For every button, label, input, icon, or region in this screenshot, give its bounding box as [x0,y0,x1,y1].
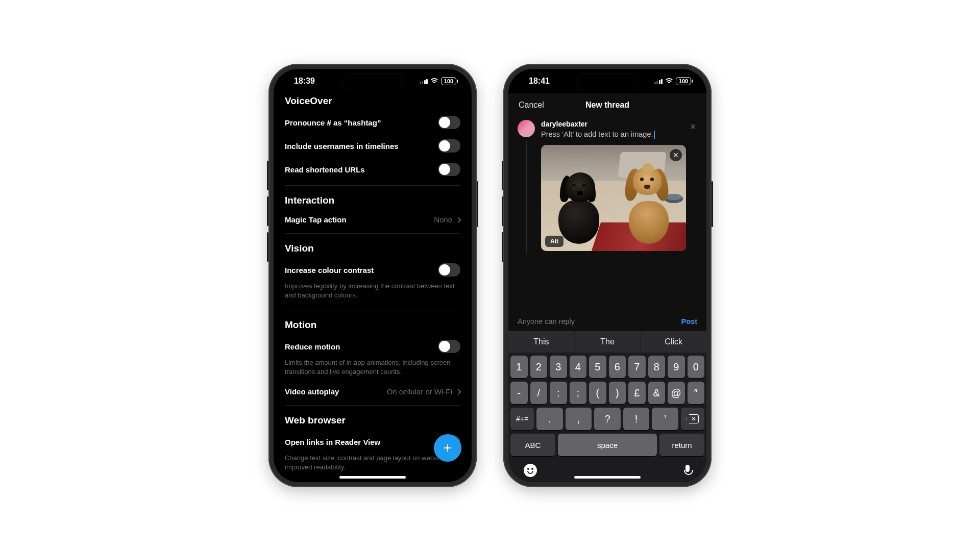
divider [285,185,460,186]
key-0[interactable]: 0 [688,356,705,378]
post-button[interactable]: Post [681,317,697,325]
attached-image[interactable]: ✕ Alt [541,145,686,251]
row-label: Pronounce # as “hashtag” [285,118,381,127]
keyboard-row-4: ABC space return [510,434,704,456]
key-6[interactable]: 6 [609,356,626,378]
toggle-pronounce-hashtag[interactable] [438,116,460,129]
key-space[interactable]: space [558,434,657,456]
toggle-colour-contrast[interactable] [438,263,460,277]
row-value: None [434,215,452,224]
key-paren-close[interactable]: ) [609,382,626,404]
suggestion-1[interactable]: This [508,331,575,353]
row-colour-contrast[interactable]: Increase colour contrast [274,258,472,282]
key-4[interactable]: 4 [570,356,587,378]
key-at[interactable]: @ [668,382,685,404]
keyboard-row-1: 1 2 3 4 5 6 7 8 9 0 [510,356,704,378]
suggestion-2[interactable]: The [575,331,641,353]
divider [285,405,460,406]
key-dash[interactable]: - [510,382,528,404]
row-video-autoplay[interactable]: Video autoplay On cellular or Wi-Fi [274,382,472,401]
keyboard-row-3: #+= . , ? ! ’ ✕ [510,408,704,430]
divider [285,310,460,310]
key-return[interactable]: return [659,434,704,456]
row-read-urls[interactable]: Read shortened URLs [274,158,472,181]
key-8[interactable]: 8 [648,356,666,378]
compose-content: Cancel New thread daryleebaxter Press ‘A… [508,93,706,482]
keyboard-suggestions: This The Click [508,331,706,353]
key-2[interactable]: 2 [530,356,548,378]
row-pronounce-hashtag[interactable]: Pronounce # as “hashtag” [274,111,472,134]
status-indicators: 100 [420,77,457,85]
settings-screen: 18:39 100 VoiceOver Pronounce # as “hash… [274,69,472,482]
clear-compose-button[interactable]: ✕ [688,122,697,132]
key-ampersand[interactable]: & [648,382,666,404]
key-backspace[interactable]: ✕ [681,408,704,430]
reply-scope-button[interactable]: Anyone can reply [518,317,575,325]
row-reduce-motion[interactable]: Reduce motion [274,335,472,358]
key-apostrophe[interactable]: ’ [652,408,678,430]
status-time: 18:39 [294,77,315,86]
row-label: Magic Tap action [285,215,347,224]
remove-image-button[interactable]: ✕ [670,149,682,161]
key-3[interactable]: 3 [550,356,567,378]
divider [285,233,460,234]
threads-compose-screen: 18:41 100 Cancel New thread daryleebaxte… [508,69,706,482]
compose-area[interactable]: daryleebaxter Press ‘Alt’ to add text to… [508,115,706,254]
key-9[interactable]: 9 [668,356,685,378]
compose-text-input[interactable]: Press ‘Alt’ to add text to an image. [541,130,697,139]
home-indicator[interactable] [339,476,406,479]
section-vision: Vision [274,238,472,258]
compose-button[interactable]: + [434,434,461,462]
dictation-button[interactable] [684,465,691,476]
key-shift-symbols[interactable]: #+= [510,408,534,430]
toggle-read-urls[interactable] [438,163,460,176]
phone-left: 18:39 100 VoiceOver Pronounce # as “hash… [268,64,477,487]
key-comma[interactable]: , [566,408,592,430]
screen-title: New thread [585,101,629,110]
keyboard-row-2: - / : ; ( ) £ & @ ″ [510,382,704,404]
key-paren-open[interactable]: ( [589,382,606,404]
key-colon[interactable]: : [550,382,567,404]
signal-icon [420,78,428,84]
compose-header: Cancel New thread [508,93,706,115]
row-value: On cellular or Wi-Fi [387,387,452,396]
key-question[interactable]: ? [594,408,621,430]
row-description: Limits the amount of in-app animations, … [274,358,472,382]
key-doubleprime[interactable]: ″ [688,382,705,404]
toggle-reduce-motion[interactable] [438,340,460,353]
status-time: 18:41 [529,77,550,86]
alt-text-button[interactable]: Alt [545,236,564,247]
row-label: Include usernames in timelines [285,142,399,151]
row-label: Reduce motion [285,342,340,351]
avatar[interactable] [518,120,535,137]
row-label: Read shortened URLs [285,165,365,174]
chevron-right-icon [455,217,461,222]
toggle-include-usernames[interactable] [438,139,460,153]
key-abc[interactable]: ABC [510,434,555,456]
reply-bar: Anyone can reply Post [508,312,706,331]
suggestion-3[interactable]: Click [641,331,706,353]
key-7[interactable]: 7 [628,356,646,378]
row-label: Video autoplay [285,387,339,396]
phone-right: 18:41 100 Cancel New thread daryleebaxte… [503,64,712,487]
home-indicator[interactable] [574,476,641,479]
backspace-icon: ✕ [687,414,699,423]
notch [577,73,638,89]
emoji-button[interactable] [524,464,537,477]
key-slash[interactable]: / [530,382,548,404]
settings-content[interactable]: VoiceOver Pronounce # as “hashtag” Inclu… [274,93,472,482]
key-period[interactable]: . [536,408,563,430]
key-pound[interactable]: £ [628,382,646,404]
key-exclaim[interactable]: ! [623,408,650,430]
battery-icon: 100 [441,77,456,85]
key-1[interactable]: 1 [510,356,528,378]
username[interactable]: daryleebaxter [541,120,697,128]
key-5[interactable]: 5 [589,356,606,378]
row-include-usernames[interactable]: Include usernames in timelines [274,134,472,158]
key-semicolon[interactable]: ; [570,382,587,404]
row-label: Increase colour contrast [285,266,374,274]
row-magic-tap[interactable]: Magic Tap action None [274,210,472,229]
wifi-icon [430,78,438,84]
cancel-button[interactable]: Cancel [519,101,544,110]
section-motion: Motion [274,314,472,335]
